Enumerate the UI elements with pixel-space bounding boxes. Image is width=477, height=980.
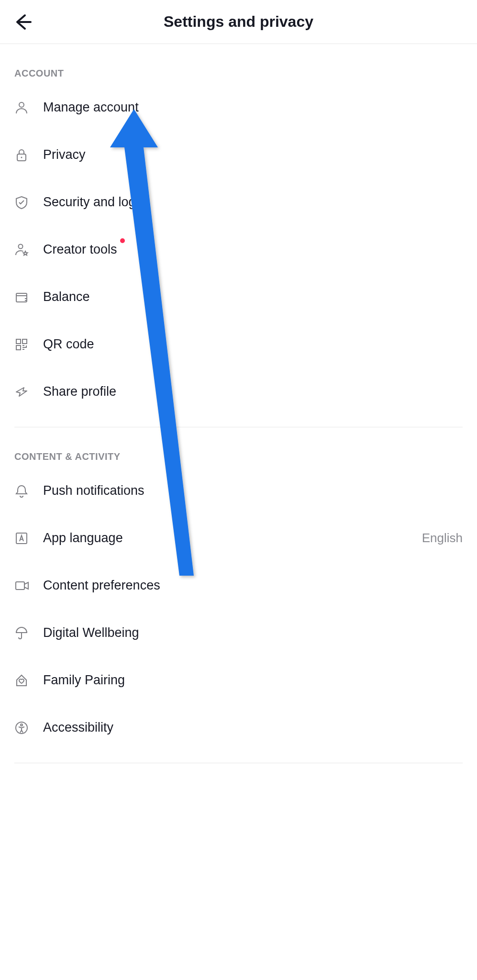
section-divider	[14, 763, 463, 763]
row-security[interactable]: Security and login	[0, 178, 477, 226]
row-label: App language	[43, 531, 422, 546]
row-digital-wellbeing[interactable]: Digital Wellbeing	[0, 609, 477, 657]
row-label: Share profile	[43, 384, 463, 399]
row-manage-account[interactable]: Manage account	[0, 84, 477, 131]
row-app-language[interactable]: App language English	[0, 514, 477, 562]
row-accessibility[interactable]: Accessibility	[0, 704, 477, 751]
row-label: Push notifications	[43, 483, 463, 498]
svg-point-0	[19, 102, 24, 107]
row-label: Accessibility	[43, 720, 463, 735]
row-label: Privacy	[43, 147, 463, 162]
section-label-account: Account	[0, 44, 477, 84]
back-button[interactable]	[13, 12, 33, 32]
row-label: Content preferences	[43, 578, 463, 593]
row-label-text: Creator tools	[43, 242, 117, 256]
row-label: Digital Wellbeing	[43, 625, 463, 640]
wallet-icon	[14, 290, 29, 304]
svg-rect-6	[22, 339, 27, 344]
row-balance[interactable]: Balance	[0, 273, 477, 321]
row-privacy[interactable]: Privacy	[0, 131, 477, 178]
page-title: Settings and privacy	[164, 13, 313, 31]
svg-point-2	[21, 156, 22, 158]
section-label-content-activity: Content & Activity	[0, 427, 477, 467]
lock-icon	[14, 148, 29, 162]
svg-rect-9	[16, 582, 24, 590]
language-icon	[14, 531, 29, 546]
row-family-pairing[interactable]: Family Pairing	[0, 657, 477, 704]
row-label: Creator tools	[43, 242, 463, 257]
qr-code-icon	[14, 337, 29, 352]
row-label: Manage account	[43, 100, 463, 115]
svg-rect-7	[16, 345, 21, 350]
row-label: Security and login	[43, 195, 463, 210]
svg-point-11	[21, 724, 22, 726]
umbrella-icon	[14, 626, 29, 640]
row-label: Balance	[43, 290, 463, 304]
person-star-icon	[14, 242, 30, 257]
notification-dot	[120, 238, 125, 243]
bell-icon	[14, 484, 29, 498]
shield-icon	[14, 195, 29, 210]
share-icon	[14, 385, 29, 399]
row-content-preferences[interactable]: Content preferences	[0, 562, 477, 609]
svg-rect-5	[16, 339, 21, 344]
person-icon	[14, 100, 29, 115]
row-push-notifications[interactable]: Push notifications	[0, 467, 477, 514]
video-icon	[14, 579, 30, 593]
row-value: English	[422, 531, 463, 546]
row-label: QR code	[43, 337, 463, 352]
row-qr-code[interactable]: QR code	[0, 321, 477, 368]
svg-point-3	[19, 244, 23, 248]
home-heart-icon	[14, 673, 29, 688]
accessibility-icon	[14, 721, 29, 735]
row-label: Family Pairing	[43, 673, 463, 688]
row-creator-tools[interactable]: Creator tools	[0, 226, 477, 273]
header-bar: Settings and privacy	[0, 0, 477, 44]
row-share-profile[interactable]: Share profile	[0, 368, 477, 415]
arrow-left-icon	[14, 13, 32, 31]
